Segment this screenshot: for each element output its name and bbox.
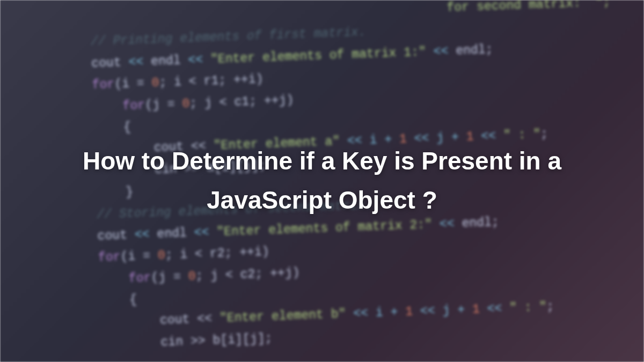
article-title: How to Determine if a Key is Present in … bbox=[48, 142, 596, 220]
